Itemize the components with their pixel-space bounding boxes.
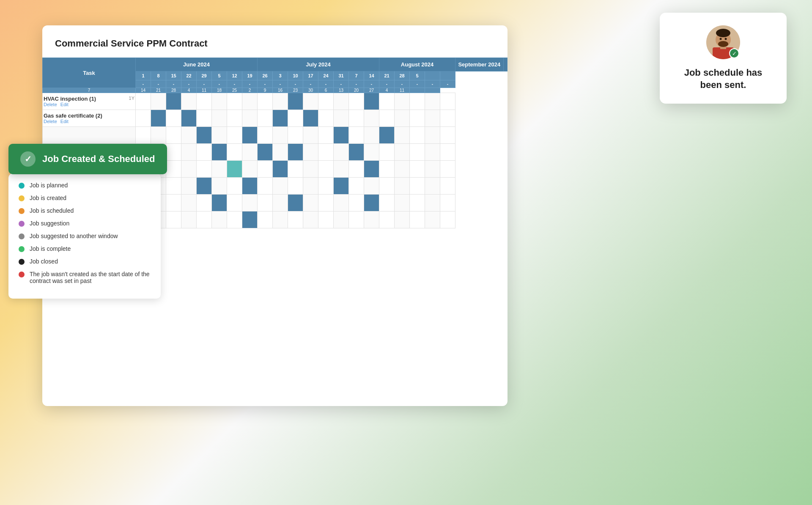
cal-cell-0-7 [242,93,258,110]
task-action-edit-1[interactable]: Edit [60,119,69,124]
legend-dot-created [19,195,25,201]
cal-cell-6-13 [334,195,349,211]
month-august: August 2024 [379,58,455,71]
day-23: 23 [288,88,303,93]
legend-item-scheduled: Job is scheduled [19,207,151,214]
cal-cell-1-10 [288,110,303,127]
week-21: 21 [379,71,395,80]
cal-cell-1-20 [440,110,455,127]
cal-cell-7-7 [242,211,258,228]
cal-cell-0-5 [212,93,227,110]
cal-cell-4-16 [379,161,395,178]
cal-cell-0-14 [349,93,364,110]
week-5a: 5 [212,71,227,80]
cal-cell-3-13 [334,144,349,161]
task-actions-1[interactable]: DeleteEdit [44,119,134,124]
cal-cell-1-2 [166,110,181,127]
cal-cell-4-15 [364,161,379,178]
cal-cell-3-5 [212,144,227,161]
cal-cell-3-7 [242,144,258,161]
svg-point-6 [720,38,722,40]
cal-cell-0-13 [334,93,349,110]
dash-4: - [181,80,197,88]
cal-cell-2-16 [379,127,395,144]
cal-cell-5-4 [197,178,212,195]
week-28: 28 [395,71,410,80]
cal-cell-0-9 [273,93,288,110]
cal-cell-3-16 [379,144,395,161]
day-extra2 [425,88,440,93]
cal-cell-6-5 [212,195,227,211]
cal-cell-7-13 [334,211,349,228]
cal-cell-0-15 [364,93,379,110]
cal-cell-4-4 [197,161,212,178]
cal-cell-0-18 [410,93,425,110]
schedule-sent-card: ✓ Job schedule has been sent. [660,13,787,104]
cal-cell-3-10 [288,144,303,161]
cal-cell-6-3 [181,195,197,211]
dash-11: - [288,80,303,88]
task-cell-0: HVAC inspection (1)1YDeleteEdit [43,93,136,110]
week-19: 19 [242,71,258,80]
day-20: 20 [349,88,364,93]
cal-cell-5-10 [288,178,303,195]
legend-label-suggested-other: Job suggested to another window [30,233,118,239]
cal-cell-3-14 [349,144,364,161]
task-action-delete-1[interactable]: Delete [44,119,57,124]
week-31: 31 [334,71,349,80]
cal-cell-4-12 [318,161,334,178]
day-16: 16 [273,88,288,93]
cal-cell-4-19 [425,161,440,178]
task-actions-0[interactable]: DeleteEdit [44,102,134,107]
page-title: Commercial Service PPM Contract [42,25,508,58]
cal-cell-2-14 [349,127,364,144]
cal-cell-1-8 [258,110,273,127]
dash-6: - [212,80,227,88]
task-cell-1: Gas safe certificate (2)DeleteEdit [43,110,136,127]
cal-cell-4-10 [288,161,303,178]
cal-cell-7-2 [166,211,181,228]
task-action-edit-0[interactable]: Edit [60,102,69,107]
cal-cell-4-9 [273,161,288,178]
cal-cell-7-3 [181,211,197,228]
legend-dot-closed [19,259,25,265]
days2-header-row: 7 14 21 28 4 11 18 25 2 9 16 23 30 6 13 … [43,88,508,93]
day-28: 28 [166,88,181,93]
cal-cell-0-11 [303,93,318,110]
cal-cell-2-19 [425,127,440,144]
cal-cell-2-15 [364,127,379,144]
svg-point-5 [716,29,730,37]
cal-cell-5-14 [349,178,364,195]
cal-cell-2-6 [227,127,242,144]
dash-10: - [273,80,288,88]
cal-cell-2-9 [273,127,288,144]
task-action-delete-0[interactable]: Delete [44,102,57,107]
cal-cell-3-3 [181,144,197,161]
legend-label-planned: Job is planned [30,182,68,189]
cal-cell-1-18 [410,110,425,127]
legend-dot-suggestion [19,221,25,227]
dash-2: - [151,80,166,88]
cal-cell-1-5 [212,110,227,127]
cal-cell-6-2 [166,195,181,211]
cal-cell-1-16 [379,110,395,127]
cal-cell-0-1 [151,93,166,110]
cal-cell-1-15 [364,110,379,127]
cal-cell-4-13 [334,161,349,178]
day-21: 21 [151,88,166,93]
cal-cell-1-9 [273,110,288,127]
table-row: Gas safe certificate (2)DeleteEdit [43,110,508,127]
cal-cell-5-12 [318,178,334,195]
legend-item-suggestion: Job suggestion [19,220,151,227]
cal-cell-7-5 [212,211,227,228]
cal-cell-5-3 [181,178,197,195]
day-11b: 11 [395,88,410,93]
legend-label-created: Job is created [30,195,66,201]
legend-dot-complete [19,246,25,252]
cal-cell-2-11 [303,127,318,144]
week-10: 10 [288,71,303,80]
week-12: 12 [227,71,242,80]
notification-label: Job Created & Scheduled [42,154,155,165]
svg-point-7 [725,38,727,40]
cal-cell-0-0 [136,93,151,110]
